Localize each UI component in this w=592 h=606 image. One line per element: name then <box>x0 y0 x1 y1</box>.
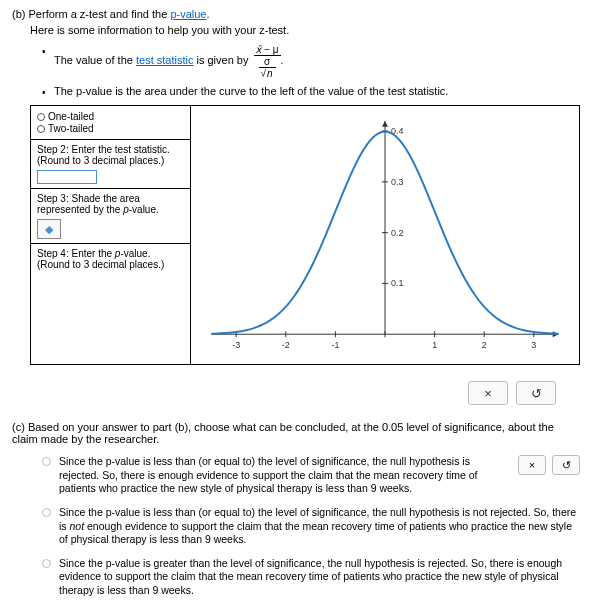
opt-close-button[interactable]: × <box>518 455 546 475</box>
ztest-panel: One-tailed Two-tailed Step 2: Enter the … <box>30 105 580 365</box>
test-statistic-link[interactable]: test statistic <box>136 54 193 66</box>
option-2-text: Since the p-value is less than (or equal… <box>59 506 580 547</box>
part-b-label: (b) <box>12 8 25 20</box>
one-tailed-radio[interactable]: One-tailed <box>37 111 184 122</box>
step4-pre: Step 4: Enter the <box>37 248 115 259</box>
bullet-1: • The value of the test statistic is giv… <box>42 44 580 79</box>
step2-cell: Step 2: Enter the test statistic. (Round… <box>31 140 190 189</box>
part-b-text-end: . <box>206 8 209 20</box>
option-1-text: Since the p-value is less than (or equal… <box>59 455 506 496</box>
p-value-link[interactable]: p-value <box>170 8 206 20</box>
close-icon: × <box>484 386 492 401</box>
svg-text:0.2: 0.2 <box>391 228 403 238</box>
shade-icon: ◆ <box>45 223 53 236</box>
bullet-dot-icon: • <box>42 87 46 98</box>
two-tailed-radio[interactable]: Two-tailed <box>37 123 184 134</box>
option-1-buttons: × ↺ <box>518 455 580 475</box>
option-3-text: Since the p-value is greater than the le… <box>59 557 580 598</box>
part-b-text-pre: Perform a z-test and find the <box>29 8 171 20</box>
part-c-level: 0.05 <box>382 421 403 433</box>
conclusion-options: Since the p-value is less than (or equal… <box>42 455 580 606</box>
formula: x̄ − μ σ n . <box>254 44 284 79</box>
step2-line1: Step 2: Enter the test statistic. <box>37 144 184 155</box>
reset-button[interactable]: ↺ <box>516 381 556 405</box>
step4-round: (Round to 3 decimal places.) <box>37 259 184 270</box>
step4-cell: Step 4: Enter the p-value. (Round to 3 d… <box>31 244 190 364</box>
radio-icon <box>42 559 51 568</box>
svg-text:-3: -3 <box>232 340 240 350</box>
svg-text:3: 3 <box>531 340 536 350</box>
part-b-heading: (b) Perform a z-test and find the p-valu… <box>12 8 580 20</box>
graph-area: -3-2-11230.10.20.30.4 <box>191 106 579 364</box>
normal-curve-chart: -3-2-11230.10.20.30.4 <box>191 106 579 364</box>
step3-cell: Step 3: Shade the area represented by th… <box>31 189 190 244</box>
svg-marker-3 <box>382 121 388 127</box>
part-c-label: (c) <box>12 421 25 433</box>
test-statistic-input[interactable] <box>37 170 97 184</box>
step2-line2: (Round to 3 decimal places.) <box>37 155 184 166</box>
panel-button-row: × ↺ <box>12 381 556 405</box>
part-c-heading: (c) Based on your answer to part (b), ch… <box>12 421 580 445</box>
step1-cell: One-tailed Two-tailed <box>31 106 190 140</box>
bullet-dot-icon: • <box>42 46 46 57</box>
svg-text:1: 1 <box>432 340 437 350</box>
opt-reset-button[interactable]: ↺ <box>552 455 580 475</box>
step3-post: -value. <box>129 204 159 215</box>
bullet-list: • The value of the test statistic is giv… <box>42 44 580 97</box>
bullet-2: • The p-value is the area under the curv… <box>42 85 580 97</box>
radio-icon <box>37 125 45 133</box>
svg-text:0.3: 0.3 <box>391 177 403 187</box>
radio-icon <box>42 457 51 466</box>
step4-post: -value. <box>120 248 150 259</box>
bullet2-text: The p-value is the area under the curve … <box>54 85 448 97</box>
option-2[interactable]: Since the p-value is less than (or equal… <box>42 506 580 547</box>
reset-icon: ↺ <box>531 386 542 401</box>
steps-column: One-tailed Two-tailed Step 2: Enter the … <box>31 106 191 364</box>
svg-text:-2: -2 <box>282 340 290 350</box>
close-icon: × <box>529 459 535 471</box>
option-3[interactable]: Since the p-value is greater than the le… <box>42 557 580 598</box>
shade-button[interactable]: ◆ <box>37 219 61 239</box>
radio-icon <box>37 113 45 121</box>
bullet1-post: is given by <box>193 54 251 66</box>
svg-text:-1: -1 <box>331 340 339 350</box>
radio-icon <box>42 508 51 517</box>
option-1[interactable]: Since the p-value is less than (or equal… <box>42 455 580 496</box>
reset-icon: ↺ <box>562 459 571 472</box>
bullet1-pre: The value of the <box>54 54 136 66</box>
part-c-intro1: Based on your answer to part (b), choose… <box>28 421 382 433</box>
close-button[interactable]: × <box>468 381 508 405</box>
svg-text:2: 2 <box>482 340 487 350</box>
svg-text:0.1: 0.1 <box>391 278 403 288</box>
part-b-subtext: Here is some information to help you wit… <box>30 24 580 36</box>
